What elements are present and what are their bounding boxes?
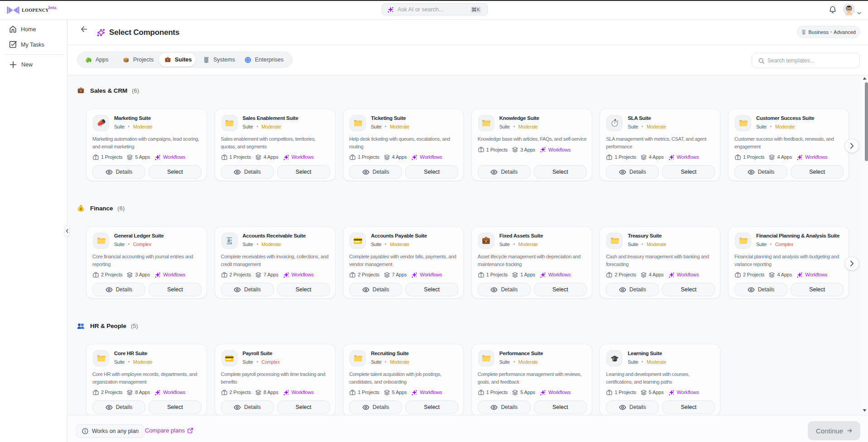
svg-text:$: $ [80, 207, 82, 211]
